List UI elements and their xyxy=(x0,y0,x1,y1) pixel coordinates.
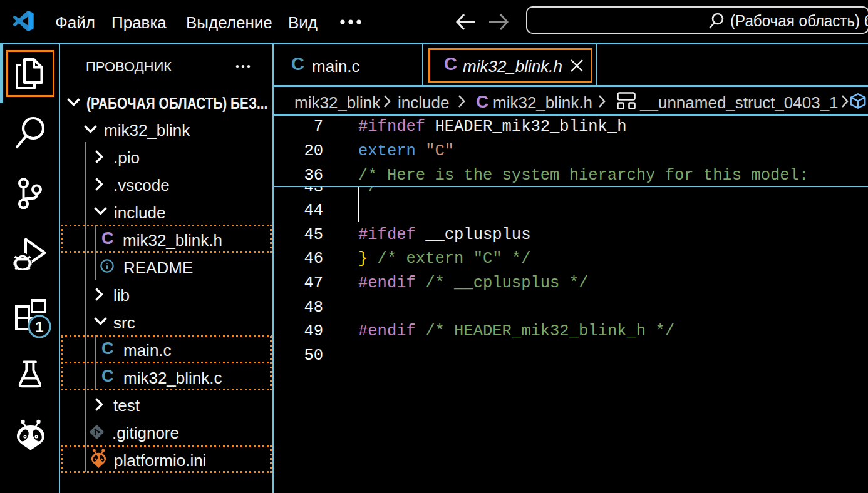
svg-text:1: 1 xyxy=(35,318,43,335)
